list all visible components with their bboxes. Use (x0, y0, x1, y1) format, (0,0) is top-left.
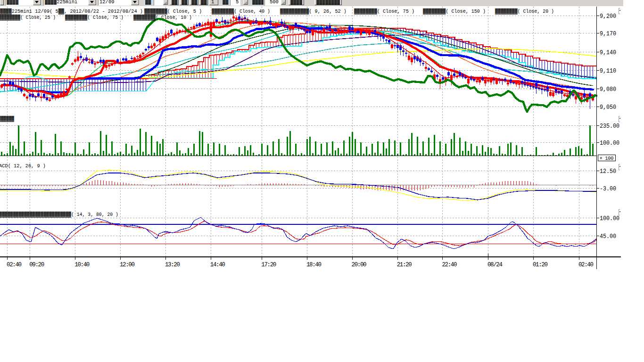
svg-text:14:40: 14:40 (210, 262, 225, 268)
svg-text:9,050: 9,050 (600, 104, 616, 111)
svg-text:MACD( 12, 26, 9 ): MACD( 12, 26, 9 ) (0, 163, 46, 169)
svg-text:▓▓▓▓▓▓▓▓( Close, 5 ): ▓▓▓▓▓▓▓▓( Close, 5 ) (144, 8, 202, 15)
svg-text:02:40: 02:40 (7, 262, 22, 268)
svg-text:▓▓▓▓▓▓▓▓( Close, 150 ): ▓▓▓▓▓▓▓▓( Close, 150 ) (423, 8, 486, 15)
svg-text:12:00: 12:00 (120, 262, 135, 268)
svg-text:10:40: 10:40 (74, 262, 90, 268)
svg-text:09:20: 09:20 (29, 262, 44, 268)
svg-text:▓▓▓▓225mini 12/09( 5▓▓, 2012/0: ▓▓▓▓225mini 12/09( 5▓▓, 2012/08/22 - 201… (0, 8, 143, 15)
svg-text:18:40: 18:40 (306, 262, 322, 268)
svg-text:100.00: 100.00 (600, 215, 619, 222)
svg-text:235.00: 235.00 (600, 123, 619, 130)
svg-text:▓▓▓▓▓▓▓▓( Close, 10 ): ▓▓▓▓▓▓▓▓( Close, 10 ) (133, 14, 192, 21)
svg-text:▓▓▓▓▓▓▓▓( Close, 75 ): ▓▓▓▓▓▓▓▓( Close, 75 ) (354, 8, 414, 15)
svg-text:▓▓▓▓▓▓▓▓( Close, 20 ): ▓▓▓▓▓▓▓▓( Close, 20 ) (495, 8, 554, 15)
svg-text:× 100: × 100 (600, 156, 614, 161)
svg-text:13:20: 13:20 (165, 262, 180, 268)
svg-text:22:40: 22:40 (442, 262, 457, 268)
svg-text:▓▓▓▓▓▓▓▓▓▓( 9, 26, 52 ): ▓▓▓▓▓▓▓▓▓▓( 9, 26, 52 ) (280, 8, 347, 15)
svg-text:9,170: 9,170 (600, 31, 616, 37)
svg-text:▓▓▓▓▓▓▓▓( Close, 75 ): ▓▓▓▓▓▓▓▓( Close, 75 ) (65, 14, 124, 21)
svg-text:08/24: 08/24 (487, 262, 503, 268)
svg-text:▓▓▓▓▓▓▓▓( Close, 40 ): ▓▓▓▓▓▓▓▓( Close, 40 ) (212, 8, 270, 15)
svg-text:9,080: 9,080 (600, 86, 616, 93)
svg-text:01:20: 01:20 (533, 262, 548, 268)
svg-text:100.00: 100.00 (600, 140, 619, 147)
svg-text:12.50: 12.50 (600, 168, 616, 175)
svg-text:17:20: 17:20 (261, 262, 276, 268)
svg-text:45.00: 45.00 (600, 233, 616, 240)
svg-text:▓▓▓▓▓▓▓▓( Close, 25 ): ▓▓▓▓▓▓▓▓( Close, 25 ) (0, 14, 56, 21)
svg-text:▓▓▓▓▓▓▓▓▓▓▓▓▓▓▓▓▓▓▓▓▓▓▓▓▓▓( 14: ▓▓▓▓▓▓▓▓▓▓▓▓▓▓▓▓▓▓▓▓▓▓▓▓▓▓( 14, 3, 80, 2… (0, 211, 118, 218)
svg-text:9,200: 9,200 (600, 13, 616, 20)
svg-text:▓▓▓▓▓▓: ▓▓▓▓▓▓ (0, 115, 14, 122)
svg-text:9,110: 9,110 (600, 68, 616, 74)
svg-text:02:40: 02:40 (578, 262, 594, 268)
svg-text:9,140: 9,140 (600, 49, 616, 56)
svg-text:21:20: 21:20 (397, 262, 412, 268)
svg-text:20:00: 20:00 (352, 262, 367, 268)
svg-text:-3.00: -3.00 (600, 186, 616, 192)
